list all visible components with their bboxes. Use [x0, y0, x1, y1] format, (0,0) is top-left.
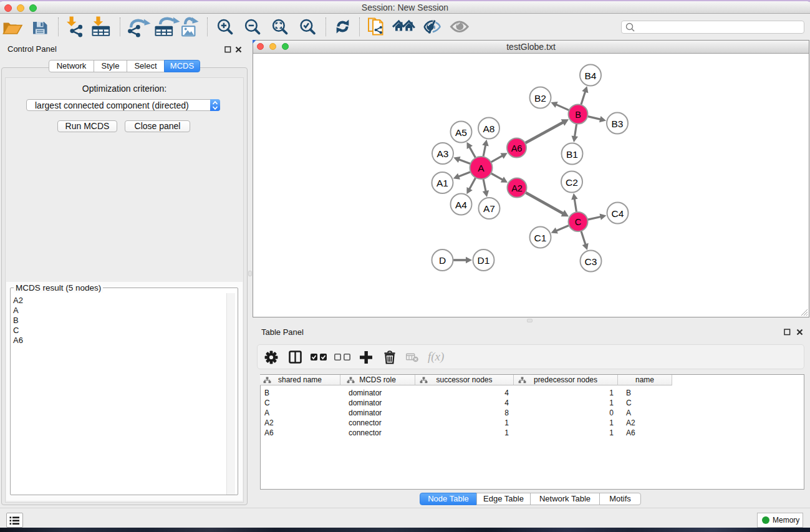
svg-text:C4: C4: [612, 208, 624, 219]
svg-text:A4: A4: [455, 200, 467, 210]
svg-text:A6: A6: [511, 143, 523, 153]
svg-text:C3: C3: [585, 256, 597, 267]
svg-text:A3: A3: [437, 148, 449, 159]
svg-text:B3: B3: [612, 118, 624, 129]
svg-text:B4: B4: [585, 70, 597, 81]
svg-text:A: A: [478, 163, 485, 173]
svg-text:A7: A7: [483, 203, 495, 214]
svg-text:D1: D1: [478, 255, 490, 266]
svg-text:C2: C2: [566, 177, 578, 188]
svg-text:A8: A8: [483, 123, 495, 134]
svg-text:A5: A5: [455, 127, 467, 138]
svg-text:B: B: [575, 110, 581, 120]
svg-text:B1: B1: [566, 149, 578, 160]
svg-text:C1: C1: [534, 233, 547, 243]
svg-text:D: D: [439, 255, 446, 266]
svg-text:C: C: [575, 217, 581, 227]
svg-text:B2: B2: [534, 93, 546, 104]
svg-text:A1: A1: [436, 178, 448, 188]
svg-text:A2: A2: [511, 183, 523, 193]
